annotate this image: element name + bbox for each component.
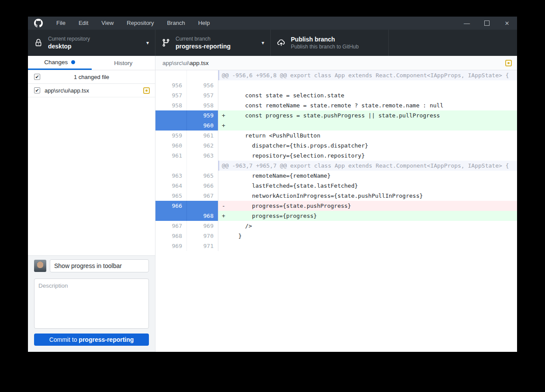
- old-line-number: 959: [155, 131, 187, 141]
- diff-code-line: return <PushPullButton: [218, 131, 517, 141]
- diff-hunk-header: @@ -956,6 +956,8 @@ export class App ext…: [155, 70, 517, 80]
- diff-line: 963965 remoteName={remoteName}: [155, 171, 517, 181]
- changed-files-count: 1 changed file: [74, 74, 109, 80]
- diff-line-marker: [222, 181, 231, 191]
- maximize-button[interactable]: [477, 17, 497, 30]
- diff-line: 960962 dispatcher={this.props.dispatcher…: [155, 141, 517, 151]
- diff-line[interactable]: 959+ const progress = state.pushProgress…: [155, 110, 517, 120]
- menu-bar: FileEditViewRepositoryBranchHelp: [50, 17, 216, 30]
- diff-line-marker: [222, 151, 231, 161]
- diff-code-line: +: [218, 120, 517, 131]
- diff-line-marker: -: [222, 201, 231, 211]
- old-line-number: [155, 70, 187, 80]
- diff-code-line: [218, 80, 517, 90]
- diff-line: 957957 const state = selection.state: [155, 90, 517, 100]
- diff-line-marker: [222, 90, 231, 100]
- old-line-number: 960: [155, 141, 187, 151]
- desktop-background: FileEditViewRepositoryBranchHelp — ✕ Cur…: [0, 0, 545, 392]
- close-button[interactable]: ✕: [497, 17, 517, 30]
- old-line-number: 964: [155, 181, 187, 191]
- diff-file-path-dir: app\src\ui\: [162, 60, 190, 66]
- diff-line-marker: [222, 191, 231, 201]
- diff-line-marker: [222, 100, 231, 110]
- file-row[interactable]: ✔ app\src\ui\app.tsx: [28, 84, 155, 97]
- menu-item-repository[interactable]: Repository: [120, 17, 160, 30]
- diff-code-line: const state = selection.state: [218, 90, 517, 100]
- new-line-number: 962: [187, 141, 218, 151]
- new-line-number: 961: [187, 131, 218, 141]
- new-line-number: 960: [187, 120, 218, 131]
- repository-dropdown[interactable]: Current repository desktop ▾: [28, 30, 155, 56]
- new-line-number: [187, 161, 218, 171]
- old-line-number: [155, 110, 187, 120]
- close-icon: ✕: [505, 20, 510, 27]
- publish-branch-subtitle: Publish this branch to GitHub: [291, 43, 382, 50]
- menu-item-file[interactable]: File: [50, 17, 72, 30]
- diff-line: 959961 return <PushPullButton: [155, 131, 517, 141]
- diff-line[interactable]: 968+ progress={progress}: [155, 211, 517, 221]
- commit-button-branch: progress-reporting: [79, 336, 134, 343]
- old-line-number: [155, 211, 187, 221]
- old-line-number: 968: [155, 231, 187, 241]
- commit-summary-input[interactable]: [50, 259, 149, 272]
- diff-code-line: }: [218, 231, 517, 241]
- commit-button[interactable]: Commit to progress-reporting: [34, 334, 149, 346]
- branch-dropdown[interactable]: Current branch progress-reporting ▾: [155, 30, 271, 56]
- diff-line-marker: [222, 241, 231, 251]
- old-line-number: [155, 120, 187, 131]
- check-icon: ✔: [35, 74, 39, 79]
- diff-code-line: const remoteName = state.remote ? state.…: [218, 100, 517, 110]
- old-line-number: [155, 161, 187, 171]
- diff-line[interactable]: 966- progress={state.pushProgress}: [155, 201, 517, 211]
- old-line-number: 966: [155, 201, 187, 211]
- menu-item-branch[interactable]: Branch: [160, 17, 191, 30]
- old-line-number: 967: [155, 221, 187, 231]
- diff-file-header: app\src\ui\app.tsx: [155, 56, 517, 70]
- modified-status-icon: [505, 60, 512, 66]
- diff-code-line: networkActionInProgress={state.pushPullI…: [218, 191, 517, 201]
- new-line-number: 963: [187, 151, 218, 161]
- github-logo-icon: [34, 19, 43, 28]
- new-line-number: [187, 201, 218, 211]
- diff-line: 967969 />: [155, 221, 517, 231]
- new-line-number: [187, 70, 218, 80]
- file-include-checkbox[interactable]: ✔: [34, 87, 40, 93]
- main-content: Changes History ✔ 1 changed file ✔ app\s…: [28, 56, 517, 352]
- tab-history-label: History: [114, 60, 132, 66]
- diff-body: @@ -956,6 +956,8 @@ export class App ext…: [155, 70, 517, 352]
- menu-item-help[interactable]: Help: [192, 17, 217, 30]
- include-all-checkbox[interactable]: ✔: [34, 74, 40, 80]
- menu-item-view[interactable]: View: [95, 17, 120, 30]
- git-branch-icon: [162, 38, 170, 47]
- new-line-number: 956: [187, 80, 218, 90]
- tab-changes[interactable]: Changes: [28, 56, 92, 70]
- new-line-number: 966: [187, 181, 218, 191]
- avatar: [34, 260, 46, 272]
- minimize-button[interactable]: —: [457, 17, 477, 30]
- diff-code-line: dispatcher={this.props.dispatcher}: [218, 141, 517, 151]
- diff-line: 965967 networkActionInProgress={state.pu…: [155, 191, 517, 201]
- diff-line-marker: [222, 141, 231, 151]
- new-line-number: 968: [187, 211, 218, 221]
- diff-line-marker: [222, 131, 231, 141]
- old-line-number: 963: [155, 171, 187, 181]
- tab-history[interactable]: History: [92, 56, 155, 70]
- publish-branch-button[interactable]: Publish branch Publish this branch to Gi…: [271, 30, 389, 56]
- commit-description-textarea[interactable]: [34, 279, 149, 329]
- diff-code-line: remoteName={remoteName}: [218, 171, 517, 181]
- menu-item-edit[interactable]: Edit: [72, 17, 95, 30]
- diff-line-marker: [222, 171, 231, 181]
- old-line-number: 957: [155, 90, 187, 100]
- diff-code-line: repository={selection.repository}: [218, 151, 517, 161]
- new-line-number: 959: [187, 110, 218, 120]
- diff-line[interactable]: 960+: [155, 120, 517, 131]
- diff-code-line: + progress={progress}: [218, 211, 517, 221]
- diff-line-marker: [222, 221, 231, 231]
- old-line-number: 958: [155, 100, 187, 110]
- old-line-number: 965: [155, 191, 187, 201]
- chevron-down-icon: ▾: [146, 40, 149, 46]
- new-line-number: 958: [187, 100, 218, 110]
- diff-code-line: lastFetched={state.lastFetched}: [218, 181, 517, 191]
- diff-line: 968970 }: [155, 231, 517, 241]
- app-window: FileEditViewRepositoryBranchHelp — ✕ Cur…: [28, 17, 517, 352]
